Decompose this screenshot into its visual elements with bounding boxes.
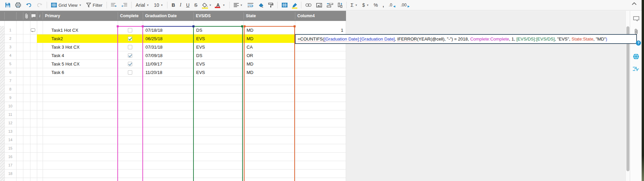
- cell[interactable]: Task 6: [43, 68, 117, 77]
- thousands-separator-button[interactable]: ,: [380, 1, 386, 9]
- indent-button[interactable]: [119, 1, 130, 9]
- cell[interactable]: MD: [247, 60, 294, 68]
- comment-icon[interactable]: [31, 28, 35, 32]
- filter-button[interactable]: Filter: [84, 1, 105, 9]
- outdent-button[interactable]: [109, 1, 119, 9]
- column-header-column4[interactable]: Column4: [295, 11, 346, 21]
- cell[interactable]: 07/31/18: [145, 43, 192, 51]
- attachment-column-header[interactable]: [23, 11, 30, 21]
- currency-button[interactable]: $ ▼: [360, 1, 371, 9]
- cell[interactable]: 1: [298, 26, 343, 34]
- row-number[interactable]: 3: [4, 43, 16, 51]
- column-header-complete[interactable]: Complete: [118, 11, 143, 21]
- cell[interactable]: Task 4: [43, 51, 117, 60]
- view-selector[interactable]: Grid View ▼: [49, 1, 84, 9]
- cell[interactable]: OR: [247, 51, 294, 60]
- row-number[interactable]: 17: [4, 161, 16, 170]
- strikethrough-button[interactable]: S: [192, 1, 200, 9]
- font-color-button[interactable]: A ▼: [214, 1, 228, 9]
- align-button[interactable]: ▼: [231, 1, 245, 9]
- row-number[interactable]: 2: [4, 34, 16, 43]
- redo-button[interactable]: [34, 1, 45, 9]
- row-number[interactable]: 5: [4, 60, 16, 68]
- column-header-evs-ds[interactable]: EVS/DS: [193, 11, 244, 21]
- format-painter-button[interactable]: [266, 1, 276, 9]
- complete-checkbox[interactable]: [128, 45, 132, 49]
- underline-button[interactable]: U: [184, 1, 192, 9]
- row-number[interactable]: 18: [4, 170, 16, 178]
- cell[interactable]: Task 5 Hot CX: [43, 60, 117, 68]
- row-number[interactable]: 1: [4, 26, 16, 34]
- column-header-state[interactable]: State: [244, 11, 295, 21]
- row-number[interactable]: 7: [4, 77, 16, 85]
- cell[interactable]: DS: [196, 26, 242, 34]
- cell[interactable]: 11/09/17: [145, 60, 192, 68]
- activity-log-button[interactable]: [630, 66, 642, 72]
- sum-button[interactable]: Σ ▼: [348, 1, 360, 9]
- cell[interactable]: DS: [196, 51, 242, 60]
- ref-handle[interactable]: [241, 25, 243, 27]
- wrap-text-button[interactable]: [245, 1, 256, 9]
- save-button[interactable]: [3, 1, 13, 9]
- row-number[interactable]: 4: [4, 51, 16, 60]
- ref-handle[interactable]: [244, 25, 246, 27]
- column-header-primary[interactable]: Primary: [43, 11, 118, 21]
- row-number[interactable]: 8: [4, 85, 16, 94]
- insert-column-button[interactable]: [324, 1, 336, 9]
- complete-checkbox[interactable]: [128, 36, 132, 41]
- cell[interactable]: EVS: [196, 43, 242, 51]
- row-number[interactable]: 9: [4, 94, 16, 102]
- borders-button[interactable]: [279, 1, 290, 9]
- ref-handle[interactable]: [294, 25, 296, 27]
- font-size-select[interactable]: 10 ▼: [152, 1, 166, 9]
- hyperlink-button[interactable]: [303, 1, 314, 9]
- row-number[interactable]: 16: [4, 153, 16, 161]
- cell[interactable]: Task1 Hot CX: [43, 26, 117, 34]
- ref-handle[interactable]: [117, 25, 119, 27]
- fill-color-button[interactable]: ▼: [200, 1, 214, 9]
- comments-panel-button[interactable]: [630, 16, 642, 21]
- attachments-panel-button[interactable]: [630, 28, 642, 34]
- column-header-graduation-date[interactable]: Graduation Date: [143, 11, 193, 21]
- insert-row-button[interactable]: [336, 1, 345, 9]
- highlight-button[interactable]: [290, 1, 299, 9]
- complete-checkbox[interactable]: [128, 28, 132, 32]
- complete-checkbox[interactable]: [128, 53, 132, 58]
- percent-button[interactable]: %: [371, 1, 380, 9]
- row-number[interactable]: 11: [4, 110, 16, 119]
- cell[interactable]: 07/09/18: [145, 51, 192, 60]
- cell[interactable]: Task 3 Hot CX: [43, 43, 117, 51]
- row-number[interactable]: 13: [4, 127, 16, 136]
- font-family-select[interactable]: Arial ▼: [133, 1, 152, 9]
- comment-column-header[interactable]: [30, 11, 37, 21]
- row-number[interactable]: 12: [4, 119, 16, 127]
- formula-edit-box[interactable]: =COUNTIFS([Graduation Date]:[Graduation …: [295, 34, 637, 44]
- scrollbar-thumb[interactable]: [626, 26, 629, 171]
- cell[interactable]: MD: [247, 26, 294, 34]
- print-button[interactable]: [13, 1, 23, 9]
- clear-format-button[interactable]: [256, 1, 266, 9]
- complete-checkbox[interactable]: [128, 70, 132, 75]
- ref-handle[interactable]: [192, 25, 194, 27]
- ref-handle[interactable]: [142, 25, 144, 27]
- cell[interactable]: 07/18/18: [145, 26, 192, 34]
- cell[interactable]: EVS: [196, 68, 242, 77]
- cell[interactable]: 06/25/18: [145, 34, 192, 43]
- cell[interactable]: 11/20/18: [145, 68, 192, 77]
- row-number[interactable]: 10: [4, 102, 16, 110]
- row-number[interactable]: 14: [4, 136, 16, 144]
- cell[interactable]: MD: [247, 34, 294, 43]
- cell[interactable]: EVS: [196, 34, 242, 43]
- collapse-toolbar-button[interactable]: [632, 2, 637, 5]
- row-number[interactable]: 15: [4, 144, 16, 153]
- row-number[interactable]: 6: [4, 68, 16, 77]
- cell[interactable]: MD: [247, 68, 294, 77]
- help-icon[interactable]: ?: [636, 41, 641, 46]
- publish-button[interactable]: [630, 53, 642, 60]
- cell[interactable]: Task2: [43, 34, 117, 43]
- increase-decimal-button[interactable]: .00 ►: [398, 1, 413, 9]
- decrease-decimal-button[interactable]: .0 ◄: [386, 1, 398, 9]
- cell[interactable]: CA: [247, 43, 294, 51]
- bold-button[interactable]: B: [169, 1, 177, 9]
- complete-checkbox[interactable]: [128, 62, 132, 66]
